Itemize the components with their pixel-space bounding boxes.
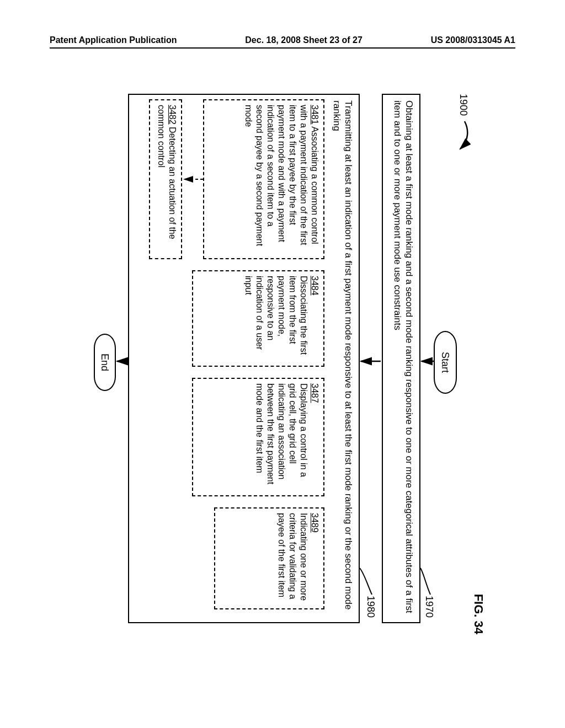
- header-left: Patent Application Publication: [50, 35, 177, 45]
- figure-area: FIG. 34 1900 Start 1970 Obtaining at lea…: [77, 88, 486, 640]
- header-mid: Dec. 18, 2008 Sheet 23 of 27: [245, 35, 363, 45]
- substep-3482: 3482 Detecting an actuation of the commo…: [149, 99, 182, 259]
- substep-3487: 3487 Displaying a control in a grid cell…: [192, 378, 324, 496]
- substep-3489: 3489 Indicating one or more criteria for…: [214, 507, 324, 609]
- step-1980: Transmitting at least an indication of a…: [128, 94, 360, 623]
- header-right: US 2008/0313045 A1: [431, 35, 515, 45]
- substep-3484: 3484 Dissociating the first item from th…: [192, 270, 324, 367]
- substep-3481: 3481 Associating a common control with a…: [203, 99, 324, 259]
- step-1970: Obtaining at least a first mode ranking …: [382, 94, 420, 623]
- ref-3481: 3481: [310, 105, 319, 125]
- start-node: Start: [434, 331, 457, 394]
- ref-3484: 3484: [310, 276, 319, 296]
- ref-1900: 1900: [457, 94, 469, 116]
- end-node: End: [94, 334, 116, 391]
- step-1980-text: Transmitting at least an indication of a…: [331, 100, 355, 617]
- ref-1970: 1970: [423, 596, 435, 618]
- ref-3489: 3489: [310, 513, 319, 533]
- ref-1980: 1980: [365, 596, 376, 618]
- ref-3482: 3482: [168, 105, 177, 125]
- ref-3487: 3487: [310, 383, 319, 403]
- figure-34: FIG. 34 1900 Start 1970 Obtaining at lea…: [77, 88, 486, 640]
- page-header: Patent Application Publication Dec. 18, …: [50, 35, 515, 49]
- figure-label: FIG. 34: [471, 594, 486, 634]
